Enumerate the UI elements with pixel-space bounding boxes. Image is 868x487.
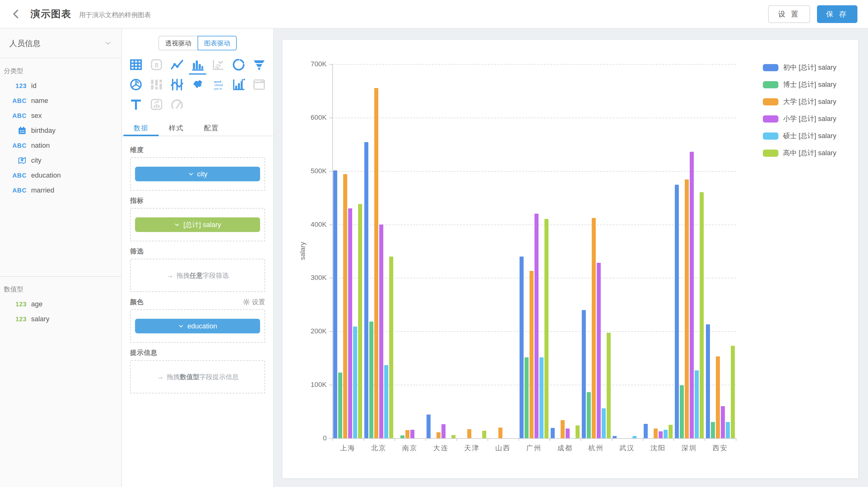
bar[interactable]: [644, 424, 648, 438]
tab-style[interactable]: 样式: [159, 121, 194, 136]
tab-chart-driven[interactable]: 图表驱动: [197, 36, 237, 51]
chart-type-bar-chart-icon[interactable]: [187, 55, 208, 75]
chart-type-text-icon[interactable]: [126, 95, 146, 115]
chart-type-line-chart-icon[interactable]: [167, 55, 187, 75]
bar[interactable]: [379, 225, 383, 438]
bar[interactable]: [452, 435, 456, 438]
bar[interactable]: [333, 170, 337, 438]
chart-type-pie-chart-icon[interactable]: [228, 55, 249, 75]
bar[interactable]: [721, 406, 725, 438]
field-item-city[interactable]: city: [0, 153, 121, 168]
legend-item[interactable]: 初中 [总计] salary: [763, 63, 836, 72]
bar[interactable]: [695, 370, 699, 438]
bar[interactable]: [669, 425, 673, 438]
bar[interactable]: [525, 357, 529, 438]
chart-type-word-cloud-icon[interactable]: wordcloudagile Bi: [208, 75, 228, 95]
data-source-selector[interactable]: 人员信息: [0, 29, 121, 59]
bar[interactable]: [675, 185, 679, 438]
color-settings-button[interactable]: 设置: [243, 298, 265, 306]
bar[interactable]: [726, 422, 730, 438]
chart-type-table-icon[interactable]: [126, 55, 146, 75]
bar[interactable]: [410, 430, 414, 438]
chart-type-funnel-icon[interactable]: [249, 55, 270, 75]
bar[interactable]: [700, 192, 704, 438]
back-icon[interactable]: [10, 8, 22, 20]
legend-item[interactable]: 硕士 [总计] salary: [763, 131, 836, 140]
bar[interactable]: [632, 436, 637, 438]
bar[interactable]: [551, 428, 555, 438]
bar[interactable]: [582, 310, 586, 438]
bar[interactable]: [384, 365, 388, 438]
field-item-sex[interactable]: ABCsex: [0, 108, 121, 123]
bar[interactable]: [613, 436, 617, 438]
filter-dropzone[interactable]: → 拖拽 任意 字段筛选: [130, 259, 265, 292]
legend-item[interactable]: 高中 [总计] salary: [763, 148, 836, 158]
bar[interactable]: [436, 432, 440, 438]
bar[interactable]: [364, 142, 368, 438]
bar[interactable]: [358, 204, 362, 438]
metric-dropzone[interactable]: [总计] salary: [130, 208, 265, 241]
tab-pivot-driven[interactable]: 透视驱动: [158, 36, 197, 51]
bar[interactable]: [706, 324, 710, 438]
bar[interactable]: [680, 385, 684, 438]
tooltip-dropzone[interactable]: → 拖拽 数值型 字段提示信息: [130, 360, 265, 393]
bar[interactable]: [498, 428, 502, 438]
bar[interactable]: [587, 392, 591, 438]
bar[interactable]: [353, 327, 357, 438]
bar[interactable]: [400, 435, 404, 438]
bar[interactable]: [592, 218, 596, 438]
metric-chip-salary[interactable]: [总计] salary: [135, 217, 260, 232]
bar[interactable]: [343, 174, 347, 438]
dimension-chip-city[interactable]: city: [135, 167, 260, 181]
bar[interactable]: [602, 408, 606, 438]
bar[interactable]: [348, 208, 352, 438]
field-item-name[interactable]: ABCname: [0, 93, 121, 108]
bar[interactable]: [663, 430, 668, 438]
legend-item[interactable]: 博士 [总计] salary: [763, 80, 836, 89]
field-item-nation[interactable]: ABCnation: [0, 138, 121, 153]
field-item-birthday[interactable]: birthday: [0, 123, 121, 138]
bar[interactable]: [545, 219, 549, 438]
save-button[interactable]: 保 存: [817, 5, 858, 23]
bar[interactable]: [539, 357, 544, 438]
settings-button[interactable]: 设 置: [768, 5, 810, 23]
chart-type-waterfall-icon[interactable]: [228, 75, 249, 95]
bar[interactable]: [566, 428, 570, 438]
bar[interactable]: [561, 420, 565, 438]
bar[interactable]: [374, 88, 378, 438]
bar[interactable]: [389, 257, 393, 438]
bar[interactable]: [597, 263, 601, 438]
field-item-married[interactable]: ABCmarried: [0, 183, 121, 198]
field-item-salary[interactable]: 123salary: [0, 312, 121, 327]
bar[interactable]: [482, 431, 486, 438]
bar[interactable]: [529, 271, 533, 438]
bar[interactable]: [405, 430, 409, 438]
tab-data[interactable]: 数据: [124, 121, 159, 136]
bar[interactable]: [685, 180, 689, 438]
legend-item[interactable]: 小学 [总计] salary: [763, 114, 836, 124]
bar[interactable]: [576, 425, 580, 438]
tab-config[interactable]: 配置: [194, 121, 229, 136]
bar[interactable]: [659, 431, 663, 438]
field-item-education[interactable]: ABCeducation: [0, 168, 121, 183]
chart-type-parallel-icon[interactable]: [167, 75, 187, 95]
legend-item[interactable]: 大学 [总计] salary: [763, 97, 836, 106]
chart-type-map-icon[interactable]: [187, 75, 208, 95]
bar[interactable]: [607, 333, 611, 438]
bar[interactable]: [427, 415, 431, 438]
bar[interactable]: [369, 322, 373, 438]
bar[interactable]: [711, 422, 715, 438]
bar[interactable]: [654, 428, 658, 438]
bar[interactable]: [467, 429, 471, 438]
chart-type-radar-icon[interactable]: [126, 75, 146, 95]
bar[interactable]: [520, 257, 524, 438]
color-dropzone[interactable]: education: [130, 310, 265, 343]
field-item-age[interactable]: 123age: [0, 297, 121, 312]
bar[interactable]: [731, 346, 735, 438]
bar[interactable]: [338, 372, 342, 438]
bar[interactable]: [534, 214, 538, 438]
bar[interactable]: [441, 424, 445, 438]
bar[interactable]: [716, 356, 720, 438]
color-chip-education[interactable]: education: [135, 319, 260, 333]
bar[interactable]: [690, 152, 694, 438]
